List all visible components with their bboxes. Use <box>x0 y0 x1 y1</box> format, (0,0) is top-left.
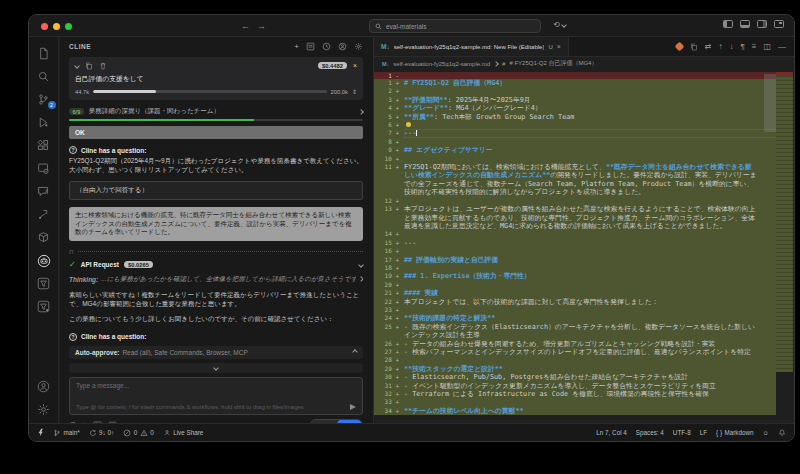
collapse-icon[interactable]: — <box>778 42 786 51</box>
code-line: 3 +**評価期間**: 2025年4月〜2025年9月 <box>374 96 794 104</box>
session-sync-indicator[interactable]: ⟲ <box>553 20 566 29</box>
code-line: 4 +**グレード**: MG4（メンバーグレード4） <box>374 104 794 112</box>
close-task-icon[interactable]: × <box>353 62 357 69</box>
chevron-right-icon <box>493 61 499 67</box>
tab-self-evaluation[interactable]: M↓ self-evaluation-fy25q1q2-sample.md: N… <box>374 37 569 56</box>
sidebar-item-comments[interactable] <box>29 180 59 203</box>
question-icon: ? <box>69 333 77 341</box>
git-sync-status[interactable]: 9↓ 0↑ <box>89 429 115 437</box>
zoom-window-button[interactable] <box>65 23 72 30</box>
activity-bar: 2 <box>29 37 59 423</box>
checkpoint-separator[interactable]: ⊓ <box>69 248 363 255</box>
minimap[interactable] <box>776 70 794 423</box>
cline-panel: CLINE + $0.4482 × 自己評価の支援をして 44.7k 2 <box>60 37 374 423</box>
toggle-panel-icon[interactable] <box>740 20 750 28</box>
eol-sequence[interactable]: LF <box>700 429 707 436</box>
language-mode[interactable]: { } Markdown <box>716 429 754 436</box>
open-changes-icon[interactable]: ⇄ <box>705 42 712 51</box>
sidebar-item-cline[interactable] <box>29 249 59 272</box>
minimize-window-button[interactable] <box>53 23 60 30</box>
nav-back-icon[interactable]: ← <box>241 19 250 33</box>
message-input[interactable]: Type a message... Type @ for context, / … <box>69 377 363 415</box>
toggle-secondary-sidebar-icon[interactable] <box>757 20 767 28</box>
editor-scrollbar[interactable] <box>764 74 776 132</box>
code-line: 15 +--- <box>374 239 794 247</box>
command-center-search[interactable]: eval-materials <box>369 19 541 33</box>
code-line: 34 +**チームの技術レベル向上への貢献** <box>374 407 794 415</box>
tab-bar: M↓ self-evaluation-fy25q1q2-sample.md: N… <box>374 37 794 57</box>
delete-icon[interactable] <box>99 62 107 70</box>
sidebar-item-source-control[interactable]: 2 <box>29 88 59 111</box>
expand-context-icon[interactable]: ⇕ <box>352 88 357 95</box>
free-input-option-button[interactable]: （自由入力で回答する） <box>69 181 363 200</box>
sidebar-item-filter-b[interactable] <box>29 295 59 318</box>
sidebar-item-packages[interactable] <box>29 226 59 249</box>
sidebar-item-run-debug[interactable] <box>29 111 59 134</box>
live-share-button[interactable]: Live Share <box>163 429 204 437</box>
remote-indicator[interactable] <box>37 428 44 437</box>
copy-icon[interactable] <box>690 43 698 51</box>
cline-robot-icon <box>37 254 51 268</box>
notifications-bell[interactable] <box>778 429 786 437</box>
auto-approve-bar[interactable]: Auto-approve: Read (all), Safe Commands,… <box>69 346 363 359</box>
lightbulb-icon[interactable] <box>406 122 411 127</box>
toggle-sidebar-icon[interactable] <box>723 20 733 28</box>
focus-chain-row[interactable]: 6/9 業務詳細の深掘り（課題・関わったチーム） <box>69 106 363 117</box>
indentation[interactable]: Spaces: 4 <box>636 429 664 436</box>
breadcrumb-symbol[interactable]: # FY25Q1-Q2 自己評価（MG4） <box>509 59 597 68</box>
message-placeholder: Type a message... <box>76 382 356 389</box>
editor-content[interactable]: 1 -1 +# FY25Q1-Q2 自己評価（MG4）2 + 3 +**評価期間… <box>374 70 794 423</box>
mcp-marketplace-icon[interactable] <box>306 42 315 51</box>
account-icon <box>37 380 50 393</box>
collapse-task-icon[interactable] <box>74 63 80 69</box>
git-branch-status[interactable]: main* <box>53 429 80 437</box>
code-line: 1 +# FY25Q1-Q2 自己評価（MG4） <box>374 79 794 87</box>
feedback-smiley-icon[interactable]: ☺ <box>763 429 769 436</box>
accounts-button[interactable] <box>29 375 59 398</box>
sidebar-item-search[interactable] <box>29 65 59 88</box>
previous-change-icon[interactable]: ↑ <box>718 42 722 51</box>
task-title[interactable]: 自己評価の支援をして <box>75 74 357 84</box>
question-header-text: Cline has a question: <box>81 333 146 340</box>
task-card: $0.4482 × 自己評価の支援をして 44.7k 200.0k ⇕ <box>69 57 363 100</box>
thinking-row[interactable]: Thinking: ...にも業務があったかを確認して、全体像を把握してから詳細… <box>69 275 363 284</box>
customize-layout-icon[interactable] <box>774 20 784 28</box>
auto-approve-value: Read (all), Safe Commands, Browser, MCP <box>122 349 350 356</box>
nav-forward-icon[interactable]: → <box>257 19 266 33</box>
account-icon[interactable] <box>338 42 347 51</box>
cursor-position[interactable]: Ln 7, Col 4 <box>596 429 626 436</box>
breadcrumb[interactable]: M↓ self-evaluation-fy25q1q2-sample.md # … <box>374 57 794 70</box>
markdown-file-icon: M↓ <box>382 61 389 67</box>
api-request-row[interactable]: ✓ API Request $0.0265 <box>69 261 363 269</box>
close-window-button[interactable] <box>41 23 48 30</box>
next-change-icon[interactable]: ↓ <box>729 42 733 51</box>
expand-quick-actions[interactable] <box>69 363 363 373</box>
sidebar-item-explorer[interactable] <box>29 42 59 65</box>
chevron-right-icon <box>358 109 364 115</box>
sidebar-item-filter-a[interactable] <box>29 272 59 295</box>
chevron-right-icon <box>358 277 363 283</box>
code-line: 12 + <box>374 197 794 205</box>
whitespace-icon[interactable]: ¶ <box>740 42 744 51</box>
extension-sparkle-icon[interactable] <box>674 42 684 52</box>
code-line: 22 +本プロジェクトでは、以下の技術的な課題に対して高度な専門性を発揮しました… <box>374 298 794 306</box>
close-tab-icon[interactable]: × <box>557 43 561 50</box>
gear-icon[interactable] <box>354 42 363 51</box>
history-icon[interactable] <box>322 42 331 51</box>
braces-icon: { } <box>716 429 722 436</box>
open-preview-icon[interactable]: ≡ <box>752 42 757 51</box>
branch-name: main* <box>64 429 80 436</box>
sidebar-item-remote-explorer[interactable] <box>29 157 59 180</box>
copy-icon[interactable] <box>85 62 93 70</box>
sidebar-item-live-share[interactable] <box>29 203 59 226</box>
breadcrumb-file[interactable]: self-evaluation-fy25q1q2-sample.md <box>393 61 490 67</box>
new-task-icon[interactable]: + <box>294 42 299 51</box>
encoding[interactable]: UTF-8 <box>673 429 691 436</box>
problems-status[interactable]: 0 0 <box>123 429 154 437</box>
split-editor-icon[interactable]: ◫ <box>763 42 771 51</box>
assistant-paragraph-1: 素晴らしい実績ですね！複数チームをリードして要件定義からデリバリーまで推進したと… <box>69 291 363 308</box>
sidebar-item-extensions[interactable] <box>29 134 59 157</box>
settings-button[interactable] <box>29 398 59 421</box>
send-icon[interactable] <box>350 404 356 410</box>
lightning-icon <box>37 428 44 437</box>
